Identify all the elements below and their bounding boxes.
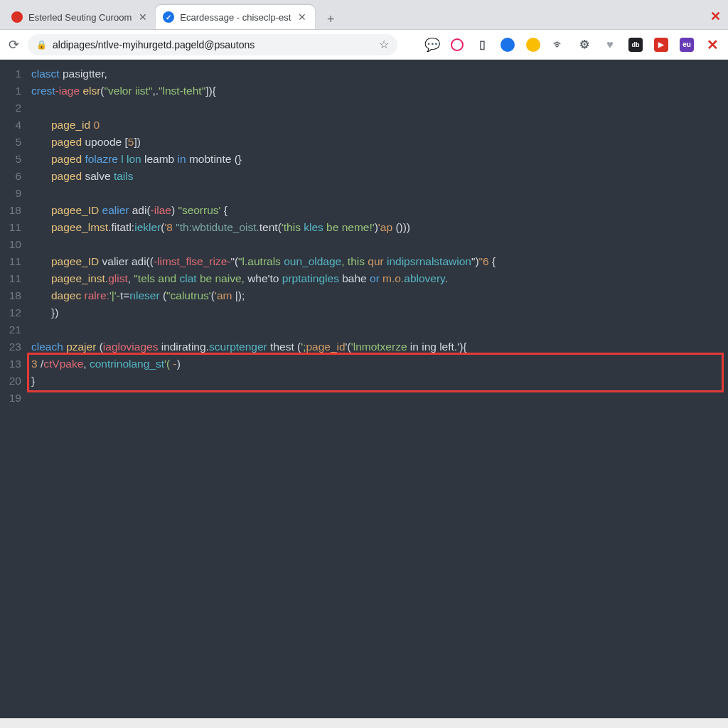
chat-icon[interactable]: 💬 xyxy=(425,38,439,52)
lock-icon: 🔒 xyxy=(36,40,47,50)
reload-icon[interactable]: ⟳ xyxy=(9,37,19,53)
circle-icon[interactable] xyxy=(451,38,464,51)
close-ext-icon[interactable]: ✕ xyxy=(705,38,719,52)
tab-1-close[interactable]: ✕ xyxy=(296,11,308,23)
tab-strip: Esterled Seuting Curoom ✕ Ecardessage - … xyxy=(0,0,728,30)
line-number: 4 xyxy=(0,117,21,134)
code-area[interactable]: clasct pasigtter, crest-iage elsr("velor… xyxy=(27,60,728,718)
heart-icon[interactable]: ♥ xyxy=(603,38,617,52)
wifi-icon[interactable]: ᯤ xyxy=(552,38,566,52)
url-text: aldipages/ntlve-myihurgetd.pageld@psauto… xyxy=(53,39,373,50)
line-number: 5 xyxy=(0,134,21,151)
line-number: 11 xyxy=(0,219,21,236)
line-number: 18 xyxy=(0,202,21,219)
line-number: 21 xyxy=(0,321,21,338)
line-number: 2 xyxy=(0,100,21,117)
yellow-ext-icon[interactable] xyxy=(526,38,540,52)
settings-icon[interactable]: ⚙ xyxy=(577,38,592,52)
line-number: 10 xyxy=(0,236,21,253)
extension-icons: 💬▯ᯤ⚙♥db▶eu✕ xyxy=(425,38,719,52)
bookmark-panel-icon[interactable]: ▯ xyxy=(475,38,489,52)
line-number: 13 xyxy=(0,355,21,373)
line-number: 1 xyxy=(0,65,21,82)
dark-ext-icon[interactable]: db xyxy=(628,38,643,52)
purple-ext-icon[interactable]: eu xyxy=(680,38,694,52)
line-number: 6 xyxy=(0,168,21,185)
tab-0-title: Esterled Seuting Curoom xyxy=(28,12,132,23)
new-tab-button[interactable]: + xyxy=(321,9,341,29)
status-bar xyxy=(0,718,728,728)
youtube-icon[interactable]: ▶ xyxy=(654,38,668,52)
line-number: 20 xyxy=(0,373,21,390)
favicon-1 xyxy=(163,11,174,23)
line-number: 23 xyxy=(0,338,21,355)
tab-0-close[interactable]: ✕ xyxy=(137,11,149,23)
window-close-icon[interactable]: ✕ xyxy=(710,9,721,24)
line-number: 12 xyxy=(0,304,21,321)
blue-ext-icon[interactable] xyxy=(500,38,515,52)
code-editor[interactable]: 11245569181110111118122123132019 clasct … xyxy=(0,60,728,718)
line-number: 11 xyxy=(0,270,21,287)
line-number: 9 xyxy=(0,185,21,202)
line-number: 5 xyxy=(0,151,21,168)
tab-1-title: Ecardessage - chiseclp-est xyxy=(180,12,291,23)
favicon-0 xyxy=(11,11,23,23)
url-box[interactable]: 🔒 aldipages/ntlve-myihurgetd.pageld@psau… xyxy=(28,34,397,55)
line-number: 11 xyxy=(0,253,21,270)
line-number: 19 xyxy=(0,390,21,407)
bookmark-star-icon[interactable]: ☆ xyxy=(379,38,389,51)
tab-1[interactable]: Ecardessage - chiseclp-est ✕ xyxy=(156,5,315,29)
tab-0[interactable]: Esterled Seuting Curoom ✕ xyxy=(4,5,156,29)
line-number-gutter: 11245569181110111118122123132019 xyxy=(0,60,27,718)
address-bar: ⟳ 🔒 aldipages/ntlve-myihurgetd.pageld@ps… xyxy=(0,30,728,60)
line-number: 18 xyxy=(0,287,21,304)
line-number: 1 xyxy=(0,82,21,100)
